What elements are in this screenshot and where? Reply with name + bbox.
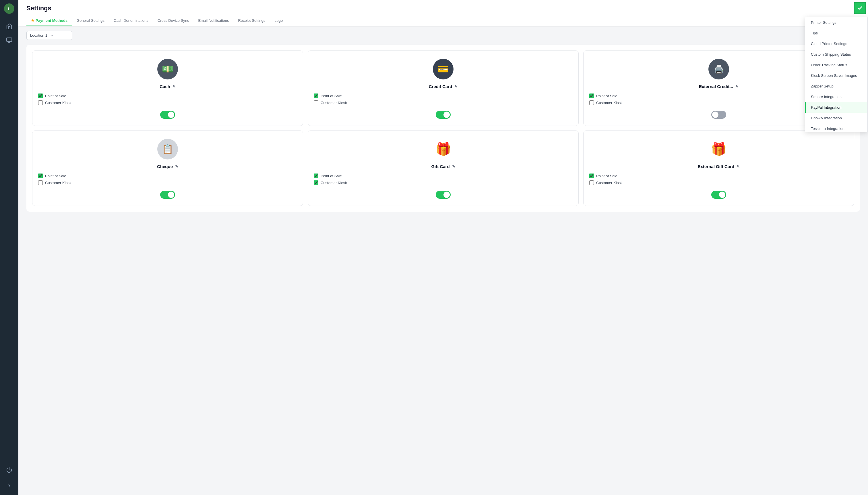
toggle-knob [443, 192, 450, 198]
kiosk-checkbox[interactable] [589, 100, 594, 105]
header: Settings ★Payment MethodsGeneral Setting… [18, 0, 868, 26]
dropdown-item-custom-shipping-status[interactable]: Custom Shipping Status [805, 49, 868, 59]
kiosk-checkbox-row[interactable]: Customer Kiosk [314, 181, 573, 185]
tab-general-settings[interactable]: General Settings [72, 16, 109, 26]
toggle-external-gift-card[interactable] [711, 191, 726, 199]
tab-label: Cross Device Sync [158, 18, 189, 23]
pos-checkbox[interactable] [314, 173, 318, 178]
dropdown-item-zapper-setup[interactable]: Zapper Setup [805, 81, 868, 91]
action-bar: Location 1 Other P... [18, 26, 868, 45]
dropdown-item-chowly-integration[interactable]: Chowly Integration [805, 113, 868, 123]
toggle-gift-card[interactable] [436, 191, 451, 199]
dropdown-item-printer-settings[interactable]: Printer Settings [805, 17, 868, 28]
kiosk-checkbox[interactable] [314, 181, 318, 185]
tab-payment-methods[interactable]: ★Payment Methods [27, 16, 72, 26]
pos-checkbox-row[interactable]: Point of Sale [38, 93, 297, 98]
dropdown-menu: Printer SettingsTipsCloud Printer Settin… [805, 17, 868, 132]
card-title-gift-card: Gift Card ✎ [431, 164, 455, 169]
pos-checkbox-row[interactable]: Point of Sale [38, 173, 297, 178]
kiosk-checkbox-row[interactable]: Customer Kiosk [314, 100, 573, 105]
tab-label: Payment Methods [36, 18, 67, 23]
kiosk-checkbox[interactable] [38, 181, 43, 185]
dropdown-item-tips[interactable]: Tips [805, 28, 868, 38]
edit-icon[interactable]: ✎ [737, 164, 740, 169]
kiosk-checkbox-row[interactable]: Customer Kiosk [38, 100, 297, 105]
toggle-credit-card[interactable] [436, 111, 451, 119]
card-external-gift-card: 🎁 External Gift Card ✎ Point of Sale Cus… [583, 131, 854, 206]
dropdown-item-square-integration[interactable]: Square Integration [805, 91, 868, 102]
top-right-action-button[interactable] [854, 2, 866, 14]
kiosk-label: Customer Kiosk [45, 181, 71, 185]
card-title-text: Gift Card [431, 164, 449, 169]
tab-star-icon: ★ [31, 19, 34, 23]
kiosk-checkbox[interactable] [314, 100, 318, 105]
dropdown-item-tessitura-integration[interactable]: Tessitura Integration [805, 123, 868, 132]
kiosk-checkbox-row[interactable]: Customer Kiosk [589, 181, 848, 185]
toggle-knob [168, 192, 174, 198]
card-title-text: External Gift Card [698, 164, 735, 169]
checkboxes-external-gift-card: Point of Sale Customer Kiosk [589, 173, 848, 185]
pos-label: Point of Sale [321, 94, 342, 98]
toggle-cash[interactable] [160, 111, 175, 119]
location-dropdown[interactable]: Location 1 [27, 31, 72, 40]
sidebar-expand[interactable] [3, 480, 15, 492]
card-title-text: Cheque [157, 164, 173, 169]
kiosk-checkbox[interactable] [38, 100, 43, 105]
pos-label: Point of Sale [45, 94, 66, 98]
checkboxes-cheque: Point of Sale Customer Kiosk [38, 173, 297, 185]
sidebar-item-home[interactable] [3, 21, 15, 32]
pos-checkbox-row[interactable]: Point of Sale [589, 173, 848, 178]
tab-label: General Settings [77, 18, 104, 23]
edit-icon[interactable]: ✎ [173, 84, 176, 89]
edit-icon[interactable]: ✎ [454, 84, 458, 89]
toggle-knob [443, 112, 450, 118]
pos-checkbox[interactable] [589, 173, 594, 178]
dropdown-item-kiosk-screen-saver-images[interactable]: Kiosk Screen Saver Images [805, 70, 868, 81]
tab-cash-denominations[interactable]: Cash Denominations [109, 16, 153, 26]
card-credit-card: 💳 Credit Card ✎ Point of Sale Customer K… [308, 50, 579, 126]
location-label: Location 1 [30, 33, 47, 38]
pos-checkbox-row[interactable]: Point of Sale [314, 93, 573, 98]
card-title-cash: Cash ✎ [160, 84, 176, 89]
kiosk-label: Customer Kiosk [596, 101, 623, 105]
dropdown-item-order-tracking-status[interactable]: Order Tracking Status [805, 59, 868, 70]
content-area: 💵 Cash ✎ Point of Sale Customer Kiosk 💳 … [18, 45, 868, 495]
checkboxes-credit-card: Point of Sale Customer Kiosk [314, 93, 573, 105]
sidebar: L [0, 0, 18, 495]
kiosk-checkbox-row[interactable]: Customer Kiosk [38, 181, 297, 185]
svg-rect-0 [6, 38, 12, 41]
cards-grid: 💵 Cash ✎ Point of Sale Customer Kiosk 💳 … [32, 50, 854, 206]
toggle-knob [168, 112, 174, 118]
avatar[interactable]: L [4, 3, 14, 14]
pos-checkbox-row[interactable]: Point of Sale [314, 173, 573, 178]
main-content: Settings ★Payment MethodsGeneral Setting… [18, 0, 868, 495]
pos-checkbox[interactable] [38, 93, 43, 98]
card-cash: 💵 Cash ✎ Point of Sale Customer Kiosk [32, 50, 303, 126]
kiosk-label: Customer Kiosk [45, 101, 71, 105]
pos-checkbox[interactable] [589, 93, 594, 98]
pos-label: Point of Sale [45, 174, 66, 178]
edit-icon[interactable]: ✎ [175, 164, 178, 169]
edit-icon[interactable]: ✎ [735, 84, 739, 89]
tab-cross-device-sync[interactable]: Cross Device Sync [153, 16, 194, 26]
dropdown-item-cloud-printer-settings[interactable]: Cloud Printer Settings [805, 38, 868, 49]
kiosk-checkbox[interactable] [589, 181, 594, 185]
toggle-external-credit[interactable] [711, 111, 726, 119]
pos-checkbox[interactable] [314, 93, 318, 98]
tab-label: Cash Denominations [114, 18, 148, 23]
pos-label: Point of Sale [596, 174, 618, 178]
card-title-external-gift-card: External Gift Card ✎ [698, 164, 740, 169]
tab-label: Email Notifications [198, 18, 229, 23]
card-title-cheque: Cheque ✎ [157, 164, 178, 169]
pos-checkbox[interactable] [38, 173, 43, 178]
tab-logo[interactable]: Logo [270, 16, 287, 26]
pos-label: Point of Sale [596, 94, 618, 98]
tab-receipt-settings[interactable]: Receipt Settings [234, 16, 270, 26]
power-icon[interactable] [3, 464, 15, 476]
edit-icon[interactable]: ✎ [452, 164, 455, 169]
sidebar-item-monitor[interactable] [3, 34, 15, 46]
card-title-text: External Credit... [699, 84, 733, 89]
dropdown-item-paypal-integration[interactable]: PayPal Integration [805, 102, 868, 113]
tab-email-notifications[interactable]: Email Notifications [194, 16, 234, 26]
toggle-cheque[interactable] [160, 191, 175, 199]
